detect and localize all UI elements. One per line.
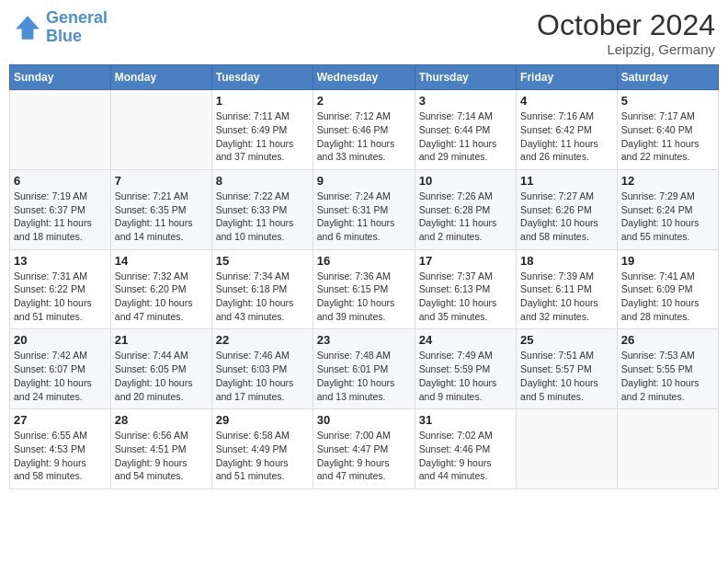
day-info: Sunrise: 7:02 AM Sunset: 4:46 PM Dayligh… xyxy=(419,429,512,483)
day-number: 16 xyxy=(317,254,411,268)
calendar-cell: 17Sunrise: 7:37 AM Sunset: 6:13 PM Dayli… xyxy=(415,249,516,329)
day-info: Sunrise: 7:34 AM Sunset: 6:18 PM Dayligh… xyxy=(216,270,309,324)
day-info: Sunrise: 7:51 AM Sunset: 5:57 PM Dayligh… xyxy=(520,349,613,403)
day-info: Sunrise: 6:58 AM Sunset: 4:49 PM Dayligh… xyxy=(216,429,309,483)
calendar-cell: 11Sunrise: 7:27 AM Sunset: 6:26 PM Dayli… xyxy=(517,169,618,249)
calendar-cell: 31Sunrise: 7:02 AM Sunset: 4:46 PM Dayli… xyxy=(415,409,516,489)
weekday-header-saturday: Saturday xyxy=(617,65,718,90)
day-info: Sunrise: 7:11 AM Sunset: 6:49 PM Dayligh… xyxy=(216,109,309,164)
day-number: 5 xyxy=(621,94,714,108)
day-info: Sunrise: 7:29 AM Sunset: 6:24 PM Dayligh… xyxy=(621,190,714,244)
week-row-1: 1Sunrise: 7:11 AM Sunset: 6:49 PM Daylig… xyxy=(10,90,719,170)
week-row-4: 20Sunrise: 7:42 AM Sunset: 6:07 PM Dayli… xyxy=(10,329,719,409)
day-info: Sunrise: 7:48 AM Sunset: 6:01 PM Dayligh… xyxy=(317,349,411,403)
day-number: 30 xyxy=(317,413,411,427)
calendar-cell: 27Sunrise: 6:55 AM Sunset: 4:53 PM Dayli… xyxy=(10,409,111,489)
weekday-header-row: SundayMondayTuesdayWednesdayThursdayFrid… xyxy=(10,65,719,90)
day-info: Sunrise: 7:27 AM Sunset: 6:26 PM Dayligh… xyxy=(520,190,613,244)
calendar-cell xyxy=(617,409,718,489)
day-number: 22 xyxy=(216,333,309,347)
week-row-5: 27Sunrise: 6:55 AM Sunset: 4:53 PM Dayli… xyxy=(10,409,719,489)
calendar-cell: 13Sunrise: 7:31 AM Sunset: 6:22 PM Dayli… xyxy=(10,249,111,329)
day-number: 29 xyxy=(216,413,309,427)
weekday-header-friday: Friday xyxy=(517,65,618,90)
calendar-cell: 6Sunrise: 7:19 AM Sunset: 6:37 PM Daylig… xyxy=(10,169,111,249)
day-info: Sunrise: 7:36 AM Sunset: 6:15 PM Dayligh… xyxy=(317,270,411,324)
weekday-header-wednesday: Wednesday xyxy=(313,65,415,90)
day-info: Sunrise: 7:31 AM Sunset: 6:22 PM Dayligh… xyxy=(14,270,107,324)
day-number: 15 xyxy=(216,254,309,268)
day-info: Sunrise: 7:00 AM Sunset: 4:47 PM Dayligh… xyxy=(317,429,411,483)
day-number: 8 xyxy=(216,174,309,188)
calendar-cell: 29Sunrise: 6:58 AM Sunset: 4:49 PM Dayli… xyxy=(211,409,313,489)
calendar-cell: 24Sunrise: 7:49 AM Sunset: 5:59 PM Dayli… xyxy=(415,329,516,409)
day-number: 10 xyxy=(419,174,512,188)
day-number: 18 xyxy=(520,254,613,268)
calendar-cell: 20Sunrise: 7:42 AM Sunset: 6:07 PM Dayli… xyxy=(10,329,111,409)
day-info: Sunrise: 7:22 AM Sunset: 6:33 PM Dayligh… xyxy=(216,190,309,244)
day-info: Sunrise: 6:55 AM Sunset: 4:53 PM Dayligh… xyxy=(14,429,107,483)
logo-text: General Blue xyxy=(46,9,108,46)
calendar-cell: 30Sunrise: 7:00 AM Sunset: 4:47 PM Dayli… xyxy=(313,409,415,489)
calendar-cell: 19Sunrise: 7:41 AM Sunset: 6:09 PM Dayli… xyxy=(617,249,718,329)
calendar-cell: 5Sunrise: 7:17 AM Sunset: 6:40 PM Daylig… xyxy=(617,90,718,170)
calendar-cell: 18Sunrise: 7:39 AM Sunset: 6:11 PM Dayli… xyxy=(517,249,618,329)
weekday-header-sunday: Sunday xyxy=(10,65,111,90)
calendar-table: SundayMondayTuesdayWednesdayThursdayFrid… xyxy=(9,64,719,489)
day-info: Sunrise: 7:44 AM Sunset: 6:05 PM Dayligh… xyxy=(115,349,208,403)
week-row-3: 13Sunrise: 7:31 AM Sunset: 6:22 PM Dayli… xyxy=(10,249,719,329)
day-info: Sunrise: 7:42 AM Sunset: 6:07 PM Dayligh… xyxy=(14,349,107,403)
day-number: 31 xyxy=(419,413,512,427)
day-number: 7 xyxy=(115,174,208,188)
logo: General Blue xyxy=(13,9,108,46)
day-info: Sunrise: 7:53 AM Sunset: 5:55 PM Dayligh… xyxy=(621,349,714,403)
day-info: Sunrise: 7:46 AM Sunset: 6:03 PM Dayligh… xyxy=(216,349,309,403)
day-info: Sunrise: 7:16 AM Sunset: 6:42 PM Dayligh… xyxy=(520,109,613,164)
title-block: October 2024 Leipzig, Germany xyxy=(537,9,715,57)
day-info: Sunrise: 7:32 AM Sunset: 6:20 PM Dayligh… xyxy=(115,270,208,324)
day-number: 27 xyxy=(14,413,107,427)
calendar-cell: 9Sunrise: 7:24 AM Sunset: 6:31 PM Daylig… xyxy=(313,169,415,249)
day-number: 9 xyxy=(317,174,411,188)
calendar-cell: 10Sunrise: 7:26 AM Sunset: 6:28 PM Dayli… xyxy=(415,169,516,249)
day-info: Sunrise: 7:19 AM Sunset: 6:37 PM Dayligh… xyxy=(14,190,107,244)
day-number: 23 xyxy=(317,333,411,347)
day-number: 17 xyxy=(419,254,512,268)
calendar-cell xyxy=(10,90,111,170)
day-number: 24 xyxy=(419,333,512,347)
day-info: Sunrise: 7:24 AM Sunset: 6:31 PM Dayligh… xyxy=(317,190,411,244)
logo-line2: Blue xyxy=(46,27,82,45)
calendar-cell: 4Sunrise: 7:16 AM Sunset: 6:42 PM Daylig… xyxy=(517,90,618,170)
day-number: 14 xyxy=(115,254,208,268)
weekday-header-monday: Monday xyxy=(110,65,211,90)
day-number: 11 xyxy=(520,174,613,188)
day-number: 3 xyxy=(419,94,512,108)
calendar-cell: 22Sunrise: 7:46 AM Sunset: 6:03 PM Dayli… xyxy=(211,329,313,409)
day-number: 26 xyxy=(621,333,714,347)
calendar-cell: 12Sunrise: 7:29 AM Sunset: 6:24 PM Dayli… xyxy=(617,169,718,249)
logo-line1: General xyxy=(46,8,108,27)
weekday-header-tuesday: Tuesday xyxy=(211,65,313,90)
day-number: 6 xyxy=(14,174,107,188)
calendar-cell: 15Sunrise: 7:34 AM Sunset: 6:18 PM Dayli… xyxy=(211,249,313,329)
calendar-cell xyxy=(110,90,211,170)
day-number: 13 xyxy=(14,254,107,268)
day-number: 21 xyxy=(115,333,208,347)
calendar-cell: 28Sunrise: 6:56 AM Sunset: 4:51 PM Dayli… xyxy=(110,409,211,489)
location: Leipzig, Germany xyxy=(537,41,715,57)
day-info: Sunrise: 7:21 AM Sunset: 6:35 PM Dayligh… xyxy=(115,190,208,244)
day-number: 2 xyxy=(317,94,411,108)
day-number: 20 xyxy=(14,333,107,347)
calendar-cell: 7Sunrise: 7:21 AM Sunset: 6:35 PM Daylig… xyxy=(110,169,211,249)
day-info: Sunrise: 7:12 AM Sunset: 6:46 PM Dayligh… xyxy=(317,109,411,164)
day-number: 28 xyxy=(115,413,208,427)
calendar-cell: 23Sunrise: 7:48 AM Sunset: 6:01 PM Dayli… xyxy=(313,329,415,409)
day-info: Sunrise: 7:49 AM Sunset: 5:59 PM Dayligh… xyxy=(419,349,512,403)
calendar-cell: 21Sunrise: 7:44 AM Sunset: 6:05 PM Dayli… xyxy=(110,329,211,409)
day-number: 19 xyxy=(621,254,714,268)
calendar-cell: 14Sunrise: 7:32 AM Sunset: 6:20 PM Dayli… xyxy=(110,249,211,329)
calendar-cell xyxy=(517,409,618,489)
day-info: Sunrise: 7:39 AM Sunset: 6:11 PM Dayligh… xyxy=(520,270,613,324)
logo-icon xyxy=(13,13,42,42)
page-header: General Blue October 2024 Leipzig, Germa… xyxy=(9,9,719,57)
